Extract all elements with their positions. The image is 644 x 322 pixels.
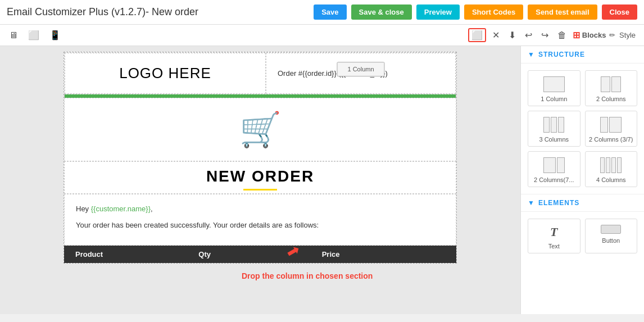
- block-3-columns[interactable]: 3 Columns: [528, 111, 580, 147]
- element-button-label: Button: [602, 237, 620, 244]
- block-2-columns-73[interactable]: 2 Columns(7...: [528, 151, 580, 187]
- text-section: Hey {{customer.name}}, Your order has be…: [64, 194, 456, 246]
- download-icon[interactable]: ⬇: [506, 29, 519, 42]
- right-panel: ▼ STRUCTURE 1 Column 2 Columns: [520, 46, 644, 314]
- style-toggle[interactable]: ✏ Style: [609, 31, 637, 39]
- move-icon[interactable]: ✕: [489, 29, 502, 42]
- structure-label: STRUCTURE: [538, 51, 585, 58]
- structure-section-header[interactable]: ▼ STRUCTURE: [521, 46, 644, 64]
- new-order-underline: [243, 189, 277, 191]
- drag-indicator: 1 Column: [337, 62, 384, 76]
- select-icon[interactable]: ⬜: [468, 28, 486, 42]
- table-col-qty: Qty: [198, 250, 321, 258]
- block-1-column-label: 1 Column: [541, 96, 567, 102]
- drag-box: 1 Column: [337, 62, 384, 76]
- email-header-row: LOGO HERE Order #{{order.id}} ({{created…: [64, 52, 456, 94]
- preview-button[interactable]: Preview: [416, 4, 460, 20]
- structure-block-grid: 1 Column 2 Columns 3 Columns: [521, 64, 644, 194]
- cart-icon: 🛒: [239, 110, 282, 149]
- save-button[interactable]: Save: [314, 4, 346, 20]
- elements-label: ELEMENTS: [538, 199, 579, 207]
- customer-name-shortcode: {{customer.name}}: [91, 205, 151, 213]
- header: Email Customizer Plus (v1.2.7)- New orde…: [0, 0, 644, 25]
- table-col-product: Product: [75, 250, 198, 258]
- 2-columns-73-icon: [543, 157, 565, 173]
- elements-block-grid: T Text Button: [521, 212, 644, 260]
- drop-instruction: Drop the column in chosen section: [242, 271, 373, 280]
- logo-cell: LOGO HERE: [65, 53, 266, 94]
- table-header-row: Product Qty Price: [64, 246, 456, 263]
- block-1-column[interactable]: 1 Column: [528, 70, 580, 106]
- block-3-columns-label: 3 Columns: [539, 136, 569, 143]
- desktop-icon[interactable]: 🖥: [7, 29, 20, 42]
- structure-chevron-icon: ▼: [528, 51, 535, 58]
- elements-chevron-icon: ▼: [528, 199, 535, 207]
- 2-columns-37-icon: [600, 117, 622, 133]
- main-layout: LOGO HERE Order #{{order.id}} ({{created…: [0, 46, 644, 314]
- button-element-icon: [601, 225, 621, 234]
- 1-column-icon: [543, 76, 565, 92]
- element-text-label: Text: [548, 243, 560, 250]
- logo-light: HERE: [164, 65, 211, 81]
- toolbar: 🖥 ⬜ 📱 ⬜ ✕ ⬇ ↩ ↪ 🗑 ⊞ Blocks ✏ Style: [0, 25, 644, 46]
- save-close-button[interactable]: Save & close: [351, 4, 412, 20]
- new-order-title: NEW ORDER: [76, 167, 445, 185]
- pencil-icon: ✏: [609, 31, 615, 39]
- logo-bold: LOGO: [119, 65, 164, 81]
- block-2-columns-label: 2 Columns: [596, 96, 626, 102]
- order-cell: Order #{{order.id}} ({{created_at}}) 1 C…: [266, 53, 456, 94]
- new-order-section: NEW ORDER: [64, 161, 456, 194]
- hey-text: Hey {{customer.name}},: [76, 203, 445, 215]
- 3-columns-icon: [543, 117, 564, 133]
- drag-box-label: 1 Column: [347, 66, 374, 72]
- block-4-columns[interactable]: 4 Columns: [585, 151, 638, 187]
- elements-section-header[interactable]: ▼ ELEMENTS: [521, 194, 644, 212]
- text-element-icon: T: [550, 225, 557, 239]
- delete-icon[interactable]: 🗑: [555, 29, 569, 42]
- undo-icon[interactable]: ↩: [522, 29, 535, 42]
- close-button[interactable]: Close: [602, 4, 637, 20]
- element-text[interactable]: T Text: [528, 219, 580, 253]
- short-codes-button[interactable]: Short Codes: [464, 4, 523, 20]
- send-test-button[interactable]: Send test email: [528, 4, 597, 20]
- 4-columns-icon: [600, 157, 622, 173]
- logo-text: LOGO HERE: [119, 65, 211, 82]
- 2-columns-icon: [601, 76, 621, 92]
- block-2-columns[interactable]: 2 Columns: [585, 70, 638, 106]
- block-4-columns-label: 4 Columns: [596, 176, 626, 183]
- mobile-icon[interactable]: 📱: [47, 29, 63, 42]
- table-col-price: Price: [322, 250, 445, 258]
- body-text: Your order has been created successfully…: [76, 220, 445, 232]
- block-2-columns-37[interactable]: 2 Columns (3/7): [585, 111, 638, 147]
- redo-icon[interactable]: ↪: [538, 29, 551, 42]
- cart-section: 🛒: [64, 98, 456, 161]
- email-canvas[interactable]: LOGO HERE Order #{{order.id}} ({{created…: [0, 46, 520, 314]
- element-button[interactable]: Button: [585, 219, 638, 253]
- app-title: Email Customizer Plus (v1.2.7)- New orde…: [7, 6, 309, 18]
- email-template: LOGO HERE Order #{{order.id}} ({{created…: [64, 52, 457, 264]
- block-2-columns-73-label: 2 Columns(7...: [534, 176, 574, 183]
- blocks-toggle[interactable]: ⊞ Blocks: [573, 30, 606, 40]
- tablet-icon[interactable]: ⬜: [26, 29, 42, 42]
- style-label-text: Style: [619, 31, 636, 39]
- grid-icon: ⊞: [573, 30, 580, 40]
- blocks-label-text: Blocks: [582, 31, 606, 39]
- block-2-columns-37-label: 2 Columns (3/7): [589, 136, 633, 143]
